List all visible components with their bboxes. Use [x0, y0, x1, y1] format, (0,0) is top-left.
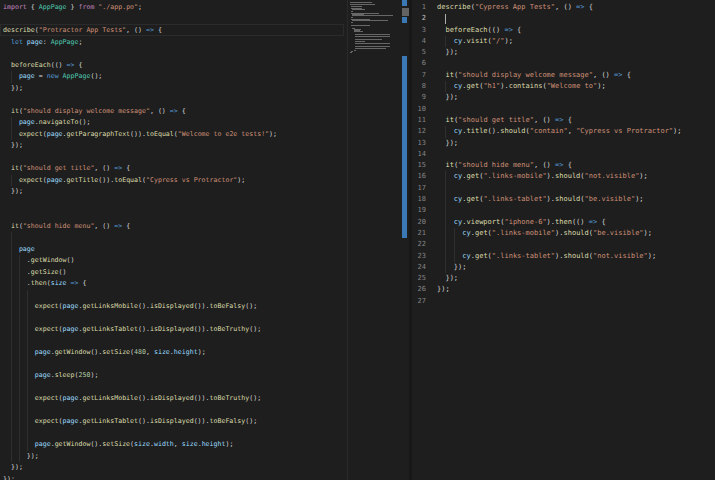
line-number[interactable]: 22 [412, 239, 426, 250]
code-line[interactable]: it("should get title", () => { [3, 163, 277, 175]
line-number[interactable]: 10 [412, 104, 426, 115]
right-code[interactable]: describe("Cypress App Tests", () => { be… [437, 2, 682, 307]
line-number[interactable]: 6 [412, 58, 426, 69]
code-line[interactable]: beforeEach(() => { [3, 60, 277, 72]
line-number[interactable]: 23 [412, 251, 426, 262]
code-line[interactable] [437, 104, 682, 115]
code-line[interactable]: cy.get("h1").contains("Welcome to"); [437, 81, 682, 92]
code-line[interactable]: page = new AppPage(); [3, 71, 277, 83]
code-line[interactable]: expect(page.getLinksMobile().isDisplayed… [3, 393, 277, 405]
code-line[interactable] [437, 296, 682, 307]
code-line[interactable]: }); [3, 186, 277, 198]
line-number[interactable]: 19 [412, 205, 426, 216]
line-number[interactable]: 1 [412, 2, 426, 13]
code-line[interactable] [3, 382, 277, 394]
line-number[interactable]: 20 [412, 217, 426, 228]
code-line[interactable]: }); [437, 273, 682, 284]
line-number[interactable]: 2 [412, 13, 426, 24]
code-line[interactable]: cy.get(".links-mobile").should("not.visi… [437, 171, 682, 182]
code-line[interactable] [3, 94, 277, 106]
code-line[interactable] [3, 152, 277, 164]
code-line[interactable]: .then(size => { [3, 278, 277, 290]
code-line[interactable]: page.sleep(250); [3, 370, 277, 382]
code-line[interactable]: let page: AppPage; [3, 37, 277, 49]
code-line[interactable] [437, 205, 682, 216]
code-line[interactable] [3, 359, 277, 371]
code-line[interactable] [3, 198, 277, 210]
line-number[interactable]: 24 [412, 262, 426, 273]
code-line[interactable]: expect(page.getTitle()).toEqual("Cypress… [3, 175, 277, 187]
code-line[interactable] [3, 48, 277, 60]
line-number[interactable]: 7 [412, 70, 426, 81]
code-line[interactable] [3, 209, 277, 221]
code-line[interactable]: it("should display welcome message", () … [437, 70, 682, 81]
code-line[interactable]: page.getWindow().setSize(size.width, siz… [3, 439, 277, 451]
line-number[interactable]: 16 [412, 171, 426, 182]
code-line[interactable]: .getWindow() [3, 255, 277, 267]
line-number[interactable]: 8 [412, 81, 426, 92]
line-number[interactable]: 17 [412, 183, 426, 194]
line-number-gutter[interactable]: 1234567891011121314151617181920212223242… [412, 2, 426, 307]
code-line[interactable]: cy.visit("/"); [437, 36, 682, 47]
code-line[interactable] [3, 313, 277, 325]
code-line[interactable]: }); [437, 92, 682, 103]
code-line[interactable]: }); [437, 262, 682, 273]
minimap[interactable] [350, 2, 396, 62]
line-number[interactable]: 14 [412, 149, 426, 160]
code-line[interactable] [437, 149, 682, 160]
line-number[interactable]: 26 [412, 284, 426, 295]
code-line[interactable] [3, 232, 277, 244]
line-number[interactable]: 21 [412, 228, 426, 239]
code-line[interactable]: describe("Protractor App Tests", () => { [3, 25, 277, 37]
code-line[interactable]: cy.viewport("iphone-6").then(() => { [437, 217, 682, 228]
code-line[interactable]: page.navigateTo(); [3, 117, 277, 129]
code-line[interactable] [437, 183, 682, 194]
code-line[interactable]: }); [437, 284, 682, 295]
right-editor-pane[interactable]: 1234567891011121314151617181920212223242… [412, 0, 715, 480]
code-line[interactable]: expect(page.getLinksTablet().isDisplayed… [3, 324, 277, 336]
line-number[interactable]: 9 [412, 92, 426, 103]
code-line[interactable]: beforeEach(() => { [437, 25, 682, 36]
code-line[interactable] [3, 290, 277, 302]
code-line[interactable]: cy.get(".links-mobile").should("be.visib… [437, 228, 682, 239]
code-line[interactable] [437, 239, 682, 250]
code-line[interactable]: expect(page.getLinksTablet().isDisplayed… [3, 416, 277, 428]
code-line[interactable]: cy.get(".links-tablet").should("be.visib… [437, 194, 682, 205]
code-line[interactable]: page [3, 244, 277, 256]
code-line[interactable]: cy.get(".links-tablet").should("not.visi… [437, 251, 682, 262]
code-line[interactable] [437, 58, 682, 69]
code-line[interactable]: it("should get title", () => { [437, 115, 682, 126]
code-line[interactable]: it("should hide menu", () => { [3, 221, 277, 233]
left-code[interactable]: import { AppPage } from "./app.po";descr… [3, 2, 277, 480]
code-line[interactable]: expect(page.getParagraphText()).toEqual(… [3, 129, 277, 141]
line-number[interactable]: 27 [412, 296, 426, 307]
code-line[interactable]: describe("Cypress App Tests", () => { [437, 2, 682, 13]
code-line[interactable]: }); [3, 83, 277, 95]
code-line[interactable]: }); [3, 474, 277, 480]
code-line[interactable]: }); [3, 462, 277, 474]
line-number[interactable]: 4 [412, 36, 426, 47]
code-line[interactable]: cy.title().should("contain", "Cypress vs… [437, 126, 682, 137]
code-line[interactable]: it("should display welcome message", () … [3, 106, 277, 118]
code-line[interactable] [3, 14, 277, 26]
line-number[interactable]: 18 [412, 194, 426, 205]
code-line[interactable] [437, 13, 682, 24]
line-number[interactable]: 5 [412, 47, 426, 58]
line-number[interactable]: 25 [412, 273, 426, 284]
line-number[interactable]: 11 [412, 115, 426, 126]
code-line[interactable]: page.getWindow().setSize(480, size.heigh… [3, 347, 277, 359]
code-line[interactable]: }); [437, 138, 682, 149]
code-line[interactable]: .getSize() [3, 267, 277, 279]
code-line[interactable] [3, 405, 277, 417]
overview-ruler[interactable] [402, 0, 407, 480]
line-number[interactable]: 15 [412, 160, 426, 171]
code-line[interactable]: }); [3, 451, 277, 463]
code-line[interactable]: expect(page.getLinksMobile().isDisplayed… [3, 301, 277, 313]
code-line[interactable]: it("should hide menu", () => { [437, 160, 682, 171]
code-line[interactable]: }); [3, 140, 277, 152]
line-number[interactable]: 3 [412, 25, 426, 36]
line-number[interactable]: 12 [412, 126, 426, 137]
code-line[interactable] [3, 336, 277, 348]
line-number[interactable]: 13 [412, 138, 426, 149]
code-line[interactable]: }); [437, 47, 682, 58]
